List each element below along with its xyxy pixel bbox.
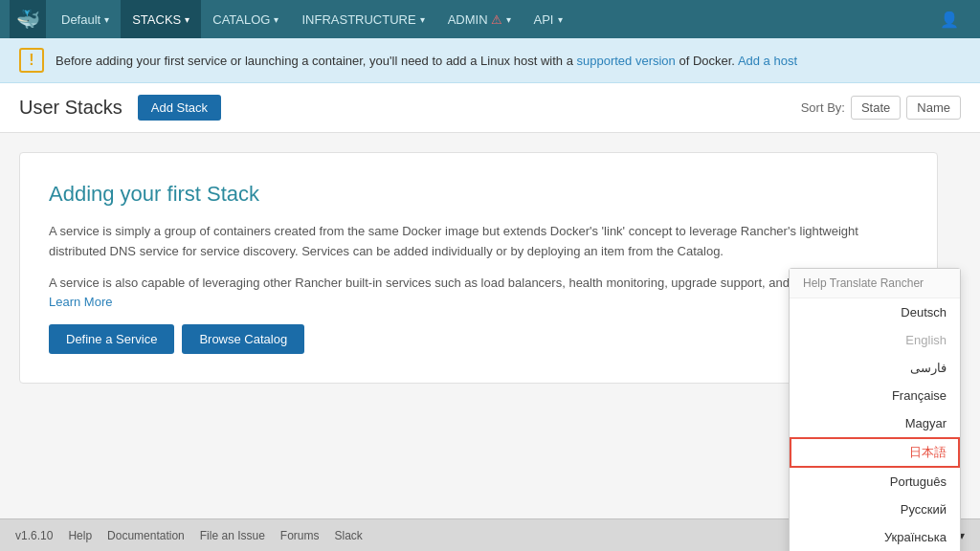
chevron-down-icon: ▾ <box>104 14 109 25</box>
nav-right-section: 👤 <box>928 0 970 38</box>
user-menu-button[interactable]: 👤 <box>928 0 970 38</box>
sort-label: Sort By: <box>801 100 845 115</box>
user-icon: 👤 <box>940 11 959 29</box>
warning-banner: ! Before adding your first service or la… <box>0 38 980 83</box>
chevron-down-icon: ▾ <box>420 14 425 25</box>
warning-icon: ! <box>19 48 44 73</box>
define-service-button[interactable]: Define a Service <box>49 324 174 354</box>
chevron-down-icon: ▾ <box>185 14 189 25</box>
add-host-link[interactable]: Add a host <box>738 54 797 68</box>
translate-dropdown: Help Translate Rancher Deutsch English ف… <box>789 268 961 403</box>
chevron-down-icon: ▾ <box>274 14 278 25</box>
dropdown-header: Help Translate Rancher <box>790 269 960 298</box>
card-paragraph-2: A service is also capable of leveraging … <box>49 274 908 314</box>
warning-text: Before adding your first service or laun… <box>56 54 797 68</box>
nav-infrastructure[interactable]: INFRASTRUCTURE ▾ <box>290 0 435 38</box>
top-navigation: 🐳 Default ▾ STACKS ▾ CATALOG ▾ INFRASTRU… <box>0 0 980 38</box>
lang-deutsch[interactable]: Deutsch <box>790 298 960 326</box>
nav-admin[interactable]: ADMIN ⚠ ▾ <box>436 0 523 38</box>
sort-by-state-button[interactable]: State <box>851 96 901 120</box>
learn-more-link[interactable]: Learn More <box>49 295 112 309</box>
chevron-down-icon: ▾ <box>506 14 511 25</box>
nav-default[interactable]: Default ▾ <box>50 0 121 38</box>
sort-controls: Sort By: State Name <box>801 96 961 120</box>
card-heading: Adding your first Stack <box>49 182 908 207</box>
browse-catalog-button[interactable]: Browse Catalog <box>182 324 304 354</box>
card-actions: Define a Service Browse Catalog <box>49 324 908 354</box>
nav-stacks[interactable]: STACKS ▾ <box>121 0 201 38</box>
app-logo[interactable]: 🐳 <box>10 0 46 38</box>
nav-catalog[interactable]: CATALOG ▾ <box>201 0 290 38</box>
whale-icon: 🐳 <box>16 8 40 31</box>
page-header: User Stacks Add Stack Sort By: State Nam… <box>0 83 980 133</box>
lang-english: English <box>790 326 960 354</box>
supported-version-link[interactable]: supported version <box>576 54 675 68</box>
sort-by-name-button[interactable]: Name <box>906 96 961 120</box>
page-title: User Stacks <box>19 97 122 119</box>
add-stack-button[interactable]: Add Stack <box>138 95 221 121</box>
nav-api[interactable]: API ▾ <box>523 0 574 38</box>
card-paragraph-1: A service is simply a group of container… <box>49 222 908 262</box>
lang-francaise[interactable]: Française <box>790 382 960 403</box>
alert-icon: ⚠ <box>491 12 502 27</box>
lang-farsi[interactable]: فارسی <box>790 354 960 382</box>
chevron-down-icon: ▾ <box>558 14 563 25</box>
